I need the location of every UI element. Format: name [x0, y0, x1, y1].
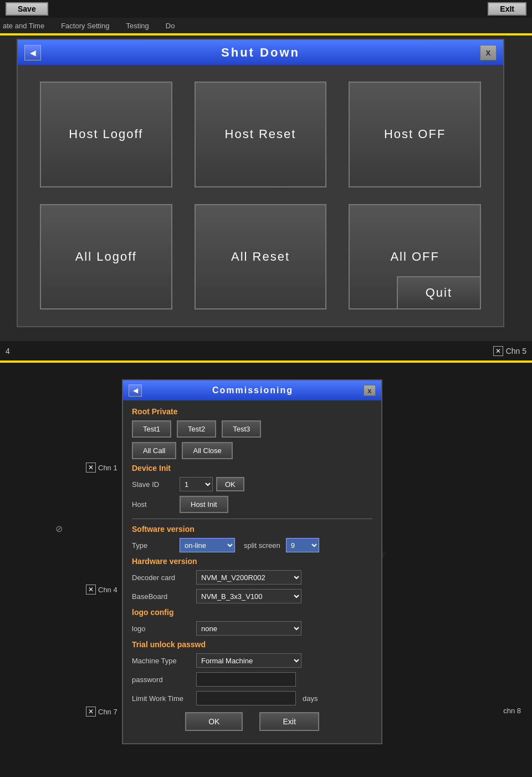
- machine-type-select[interactable]: Formal MachineTrial Machine: [196, 653, 301, 668]
- quit-button[interactable]: Quit: [397, 276, 481, 309]
- x-symbol: ✕: [493, 346, 503, 356]
- bottom-section: FiNiOCTV ✕ Chn 1 ⊘ ✕ Chn 4 ✕ Chn 7 chn 8…: [0, 363, 532, 777]
- hardware-version-header: Hardware version: [132, 557, 372, 566]
- decoder-card-label: Decoder card: [132, 573, 193, 582]
- divider1: [132, 519, 372, 519]
- top-bar: Save ExIt: [0, 0, 532, 18]
- nav-item-testing[interactable]: Testing: [126, 22, 149, 30]
- nav-item-datetime[interactable]: ate and Time: [3, 22, 44, 30]
- limit-work-time-input[interactable]: [196, 691, 296, 705]
- slave-ok-button[interactable]: OK: [216, 477, 244, 491]
- chn7-x-icon: ✕: [86, 707, 96, 717]
- split-screen-label: split screen: [244, 541, 280, 550]
- slave-id-label: Slave ID: [132, 480, 176, 489]
- root-private-btn-row2: All Call All Close: [132, 442, 372, 459]
- host-off-button[interactable]: Host OFF: [349, 82, 481, 187]
- logo-select[interactable]: nonecustom: [196, 621, 301, 636]
- commission-close-icon: x: [367, 387, 371, 395]
- nav-bar: ate and Time Factory Setting Testing Do: [0, 18, 532, 33]
- root-private-header: Root Private: [132, 407, 372, 416]
- baseboard-select[interactable]: NVM_B_3x3_V100NVM_B_2x2_V100: [196, 589, 301, 603]
- host-init-row: Host Host Init: [132, 496, 372, 513]
- decoder-card-select[interactable]: NVM_M_V200R002NVM_M_V100R001: [196, 570, 301, 585]
- shutdown-close-button[interactable]: x: [480, 45, 497, 60]
- top-section: FiNiOCTV Save ExIt ate and Time Factory …: [0, 0, 532, 360]
- host-reset-button[interactable]: Host Reset: [195, 82, 327, 187]
- shutdown-titlebar: ◀ Shut Down x: [18, 40, 503, 65]
- exit-button[interactable]: ExIt: [488, 2, 526, 16]
- test3-button[interactable]: Test3: [222, 420, 261, 438]
- baseboard-label: BaseBoard: [132, 592, 193, 601]
- all-logoff-button[interactable]: All Logoff: [40, 204, 172, 310]
- nav-item-factory[interactable]: Factory Setting: [61, 22, 109, 30]
- device-init-header: Device Init: [132, 464, 372, 473]
- all-close-button[interactable]: All Close: [182, 442, 232, 459]
- password-input[interactable]: [196, 672, 296, 687]
- shutdown-back-button[interactable]: ◀: [24, 45, 41, 60]
- logo-row: logo nonecustom: [132, 621, 372, 636]
- limit-work-time-label: Limit Work Time: [132, 694, 193, 703]
- save-button[interactable]: Save: [6, 2, 48, 16]
- cursor-icon: ⊘: [55, 524, 63, 534]
- status-chn5: ✕ Chn 5: [493, 346, 526, 356]
- cursor-indicator: ⊘: [55, 524, 63, 534]
- software-type-row: Type on-lineoff-line split screen 9416: [132, 538, 372, 552]
- chn4-x-icon: ✕: [86, 585, 96, 595]
- chn5-label: Chn 5: [506, 347, 526, 356]
- days-label: days: [303, 694, 318, 703]
- status-left-num: 4: [6, 347, 10, 356]
- shutdown-dialog: ◀ Shut Down x Host Logoff Host Reset Hos…: [17, 39, 504, 327]
- chn4-label: ✕ Chn 4: [86, 585, 117, 595]
- chn8-label: chn 8: [503, 707, 521, 715]
- back-icon: ◀: [30, 48, 36, 57]
- commission-ok-button[interactable]: OK: [185, 712, 243, 731]
- commission-bottom-btns: OK Exit: [132, 712, 372, 737]
- host-label: Host: [132, 500, 176, 509]
- host-logoff-button[interactable]: Host Logoff: [40, 82, 172, 187]
- bottom-status-bar: 4 ✕ Chn 5: [0, 341, 532, 360]
- decoder-card-row: Decoder card NVM_M_V200R002NVM_M_V100R00…: [132, 570, 372, 585]
- all-call-button[interactable]: All Call: [132, 442, 176, 459]
- commission-titlebar: ◀ Commissioning x: [123, 380, 381, 400]
- commission-back-button[interactable]: ◀: [129, 384, 142, 397]
- test1-button[interactable]: Test1: [132, 420, 171, 438]
- all-reset-button[interactable]: All Reset: [195, 204, 327, 310]
- commission-body: Root Private Test1 Test2 Test3 All Call …: [123, 400, 381, 743]
- slave-id-select[interactable]: 123: [180, 477, 213, 491]
- baseboard-row: BaseBoard NVM_B_3x3_V100NVM_B_2x2_V100: [132, 589, 372, 603]
- logo-config-header: logo config: [132, 608, 372, 617]
- commission-title: Commissioning: [212, 385, 293, 395]
- yellow-line-top: [0, 33, 532, 35]
- shutdown-title: Shut Down: [221, 45, 300, 60]
- commission-close-button[interactable]: x: [364, 385, 376, 396]
- limit-work-time-row: Limit Work Time days: [132, 691, 372, 705]
- password-label: password: [132, 676, 193, 684]
- software-type-label: Type: [132, 541, 176, 550]
- software-type-select[interactable]: on-lineoff-line: [180, 538, 235, 552]
- machine-type-label: Machine Type: [132, 657, 193, 665]
- split-screen-select[interactable]: 9416: [286, 538, 319, 552]
- software-version-header: Software version: [132, 525, 372, 534]
- trial-unlock-header: Trial unlock passwd: [132, 640, 372, 649]
- test2-button[interactable]: Test2: [177, 420, 216, 438]
- commission-back-icon: ◀: [133, 387, 138, 394]
- close-icon: x: [486, 48, 491, 58]
- shutdown-body: Host Logoff Host Reset Host OFF All Logo…: [18, 65, 503, 326]
- commissioning-dialog: ◀ Commissioning x Root Private Test1 Tes…: [122, 379, 382, 744]
- chn1-label: ✕ Chn 1: [86, 463, 117, 473]
- chn7-label: ✕ Chn 7: [86, 707, 117, 717]
- nav-item-do[interactable]: Do: [166, 22, 175, 30]
- chn1-x-icon: ✕: [86, 463, 96, 473]
- password-row: password: [132, 672, 372, 687]
- commission-exit-button[interactable]: Exit: [259, 712, 319, 731]
- host-init-button[interactable]: Host Init: [180, 496, 228, 513]
- root-private-btn-row1: Test1 Test2 Test3: [132, 420, 372, 438]
- slave-id-row: Slave ID 123 OK: [132, 477, 372, 491]
- machine-type-row: Machine Type Formal MachineTrial Machine: [132, 653, 372, 668]
- logo-label: logo: [132, 624, 193, 633]
- quit-container: Quit: [397, 276, 481, 309]
